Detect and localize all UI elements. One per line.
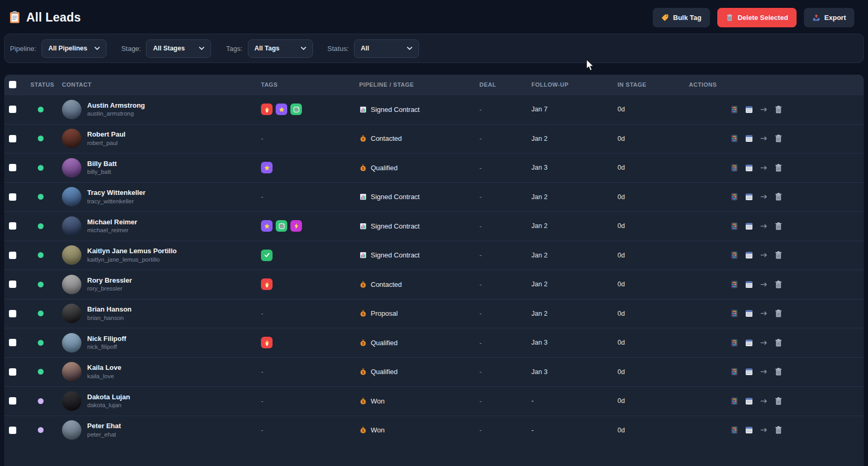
status-filter-label: Status: <box>328 45 349 53</box>
contact-name[interactable]: Brian Hanson <box>87 306 132 313</box>
row-checkbox[interactable] <box>9 368 16 376</box>
trash-icon[interactable] <box>774 163 783 172</box>
avatar[interactable] <box>62 158 81 178</box>
row-checkbox[interactable] <box>9 135 16 142</box>
calendar-icon[interactable] <box>745 397 754 406</box>
row-checkbox[interactable] <box>9 252 16 259</box>
calendar-icon[interactable] <box>745 280 754 289</box>
row-checkbox[interactable] <box>9 281 16 288</box>
contact-name[interactable]: Rory Bressler <box>87 277 132 284</box>
avatar[interactable] <box>62 275 81 294</box>
contact-name[interactable]: Dakota Lujan <box>87 393 130 401</box>
trash-icon[interactable] <box>774 426 783 434</box>
select-all-checkbox[interactable] <box>9 81 16 88</box>
abacus-icon[interactable] <box>730 105 739 114</box>
abacus-icon[interactable] <box>730 367 739 376</box>
arrow-right-icon[interactable] <box>759 309 768 318</box>
row-checkbox[interactable] <box>9 164 16 171</box>
abacus-icon[interactable] <box>730 163 739 172</box>
tags-cell <box>257 250 355 261</box>
bar-chart-icon <box>359 251 367 259</box>
trash-icon[interactable] <box>774 367 783 376</box>
avatar[interactable] <box>62 362 81 381</box>
avatar[interactable] <box>62 304 81 323</box>
arrow-right-icon[interactable] <box>759 338 768 347</box>
trash-icon[interactable] <box>774 338 783 347</box>
row-checkbox[interactable] <box>9 397 16 405</box>
abacus-icon[interactable] <box>730 397 739 406</box>
row-checkbox[interactable] <box>9 339 16 346</box>
abacus-icon[interactable] <box>730 280 739 289</box>
tags-empty: - <box>261 426 263 434</box>
arrow-right-icon[interactable] <box>759 192 768 201</box>
avatar[interactable] <box>62 420 81 440</box>
calendar-icon[interactable] <box>745 163 754 172</box>
arrow-right-icon[interactable] <box>759 367 768 376</box>
abacus-icon[interactable] <box>730 338 739 347</box>
calendar-icon[interactable] <box>745 367 754 376</box>
status-select[interactable]: All <box>354 39 419 58</box>
calendar-icon[interactable] <box>745 338 754 347</box>
status-dot <box>38 310 44 316</box>
trash-icon[interactable] <box>774 105 783 114</box>
tags-select[interactable]: All Tags <box>248 39 313 58</box>
avatar[interactable] <box>62 100 81 119</box>
avatar[interactable] <box>62 187 81 206</box>
abacus-icon[interactable] <box>730 134 739 143</box>
export-button[interactable]: Export <box>804 8 854 27</box>
arrow-right-icon[interactable] <box>759 163 768 172</box>
status-cell <box>26 427 58 433</box>
trash-icon[interactable] <box>774 192 783 201</box>
arrow-right-icon[interactable] <box>759 280 768 289</box>
trash-icon[interactable] <box>774 397 783 406</box>
row-checkbox[interactable] <box>9 310 16 317</box>
contact-name[interactable]: Tracy Wittenkeller <box>87 189 145 196</box>
contact-name[interactable]: Nick Filipoff <box>87 335 126 343</box>
abacus-icon[interactable] <box>730 426 739 434</box>
abacus-icon[interactable] <box>730 309 739 318</box>
arrow-right-icon[interactable] <box>759 134 768 143</box>
calendar-icon[interactable] <box>745 222 754 231</box>
row-checkbox[interactable] <box>9 106 16 113</box>
contact-name[interactable]: Billy Batt <box>87 160 117 168</box>
row-checkbox[interactable] <box>9 222 16 230</box>
trash-icon[interactable] <box>774 222 783 231</box>
arrow-right-icon[interactable] <box>759 251 768 260</box>
calendar-icon[interactable] <box>745 192 754 201</box>
arrow-right-icon[interactable] <box>759 426 768 434</box>
avatar[interactable] <box>62 129 81 148</box>
abacus-icon[interactable] <box>730 192 739 201</box>
contact-name[interactable]: Michael Reimer <box>87 219 137 226</box>
delete-selected-button[interactable]: Delete Selected <box>717 8 797 27</box>
avatar[interactable] <box>62 216 81 236</box>
arrow-right-icon[interactable] <box>759 222 768 231</box>
calendar-icon[interactable] <box>745 426 754 434</box>
arrow-right-icon[interactable] <box>759 397 768 406</box>
trash-icon[interactable] <box>774 251 783 260</box>
contact-text: Michael Reimer michael_reimer <box>87 219 137 234</box>
contact-name[interactable]: Austin Armstrong <box>87 102 145 109</box>
calendar-icon[interactable] <box>745 309 754 318</box>
pipeline-select[interactable]: All Pipelines <box>41 39 107 58</box>
avatar[interactable] <box>62 333 81 353</box>
trash-icon[interactable] <box>774 309 783 318</box>
trash-icon[interactable] <box>774 280 783 289</box>
arrow-right-icon[interactable] <box>759 105 768 114</box>
calendar-icon[interactable] <box>745 105 754 114</box>
contact-name[interactable]: Peter Ehat <box>87 422 121 430</box>
bulk-tag-button[interactable]: Bulk Tag <box>653 8 710 27</box>
contact-name[interactable]: Robert Paul <box>87 131 126 138</box>
contact-name[interactable]: Kaitlyn Jane Lemus Portillo <box>87 247 177 255</box>
stage-select[interactable]: All Stages <box>146 39 211 58</box>
calendar-icon[interactable] <box>745 134 754 143</box>
row-checkbox[interactable] <box>9 427 16 434</box>
row-checkbox[interactable] <box>9 193 16 201</box>
calendar-icon[interactable] <box>745 251 754 260</box>
avatar[interactable] <box>62 391 81 411</box>
abacus-icon[interactable] <box>730 222 739 231</box>
avatar[interactable] <box>62 245 81 265</box>
status-dot <box>38 136 44 141</box>
abacus-icon[interactable] <box>730 251 739 260</box>
trash-icon[interactable] <box>774 134 783 143</box>
contact-name[interactable]: Kaila Love <box>87 364 121 371</box>
